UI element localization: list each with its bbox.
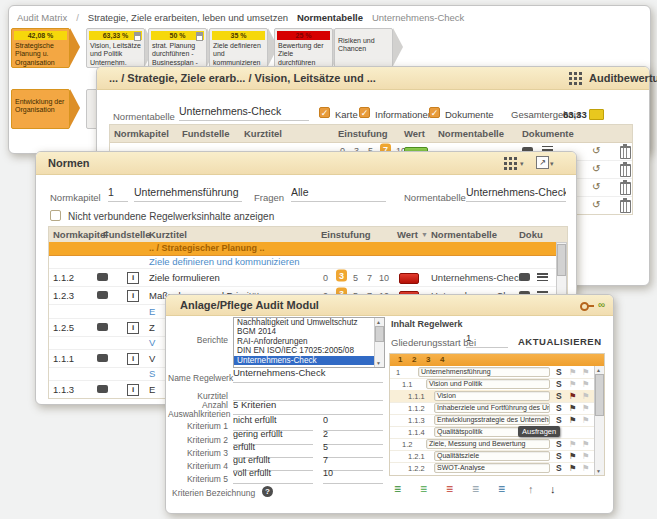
trash-icon[interactable] (620, 146, 631, 159)
karte-checkbox[interactable] (319, 107, 330, 118)
export-icon[interactable] (536, 156, 549, 169)
chevron-down-icon[interactable]: ▾ (520, 160, 524, 168)
list-item[interactable]: RAI-Anforderungen (234, 337, 384, 346)
question-link[interactable]: S (149, 368, 155, 379)
level-4[interactable]: 4 (440, 355, 444, 364)
flag-icon[interactable] (582, 391, 590, 401)
s-toggle[interactable]: S (556, 379, 562, 389)
einstufung-0[interactable]: 0 (323, 273, 328, 283)
dokumente-checkbox[interactable] (429, 107, 440, 118)
kurztitel[interactable]: Z (149, 322, 155, 333)
flag-icon[interactable] (582, 439, 590, 449)
s-toggle[interactable]: S (556, 391, 562, 401)
info-icon[interactable] (127, 353, 139, 365)
flag-icon[interactable] (569, 451, 577, 461)
einstufung-10[interactable]: 10 (379, 273, 389, 283)
reset-icon[interactable] (592, 164, 600, 174)
kriterium-5-text[interactable]: voll erfüllt (233, 468, 313, 484)
einstufung-7[interactable]: 7 (367, 273, 372, 283)
flag-icon[interactable] (569, 379, 577, 389)
question-link[interactable]: Ziele definieren und kommunizieren (149, 256, 300, 267)
move-up-icon[interactable] (528, 483, 534, 495)
tree-label-input[interactable]: Ziele, Messung und Bewertung (426, 439, 550, 449)
flag-icon[interactable] (582, 415, 590, 425)
gliederung-input[interactable]: 1 (466, 332, 508, 348)
question-link[interactable]: V (149, 337, 155, 348)
flag-icon[interactable] (569, 367, 577, 377)
indent-icon[interactable] (498, 483, 505, 495)
trash-icon[interactable] (620, 182, 631, 195)
name-regelwerk-input[interactable]: Unternehmens-Check (233, 367, 383, 383)
comment-icon[interactable] (97, 291, 108, 299)
normkapitel-name-input[interactable]: Unternehmensführung (134, 186, 242, 202)
tree-row[interactable]: 1.2.2 SWOT-Analyse S (390, 462, 604, 474)
flag-icon[interactable] (582, 403, 590, 413)
s-toggle[interactable]: S (556, 415, 562, 425)
link-icon[interactable] (598, 300, 605, 310)
kurztitel[interactable]: E (149, 384, 155, 395)
grid-view-icon[interactable] (504, 157, 507, 160)
question-link[interactable]: E (149, 306, 155, 317)
kriterium-5-wert[interactable]: 10 (323, 468, 383, 484)
scrollbar-thumb[interactable] (595, 374, 604, 416)
normentabelle-input[interactable]: Unternehmens-Check (466, 186, 566, 202)
berichte-listbox[interactable]: Nachhaltigkeit und Umweltschutz BGM 2014… (233, 317, 385, 368)
key-icon[interactable] (580, 301, 594, 310)
tree-label-input[interactable]: Qualitätsziele (434, 451, 550, 461)
question-row[interactable]: Ziele definieren und kommunizieren (49, 255, 567, 269)
tree-label-input[interactable]: Unternehmensführung (418, 367, 550, 377)
kurztitel[interactable]: V (149, 353, 155, 364)
flag-icon[interactable] (582, 379, 590, 389)
tree-label-input[interactable]: Vision (434, 391, 550, 401)
process-box-strat-planung[interactable]: 50 % strat. Planung durchführen - Busine… (148, 28, 207, 68)
aktualisieren-button[interactable]: AKTUALISIEREN (518, 336, 602, 347)
flag-icon[interactable] (582, 463, 590, 473)
flag-icon[interactable] (569, 439, 577, 449)
chevron-down-icon[interactable]: ▾ (550, 160, 554, 168)
trash-icon[interactable] (620, 200, 631, 213)
outdent-icon[interactable] (472, 483, 479, 495)
trash-icon[interactable] (620, 164, 631, 177)
normentabelle-input[interactable]: Unternehmens-Check (179, 105, 309, 121)
comment-icon[interactable] (97, 323, 108, 331)
anzahl-input[interactable]: 5 Kriterien (233, 399, 383, 415)
filter-checkbox[interactable] (50, 210, 61, 221)
process-box-vision[interactable]: 63,33 % Vision, Leitsätze und Politik Un… (86, 28, 145, 68)
document-lines-icon[interactable] (537, 273, 548, 282)
informationen-checkbox[interactable] (359, 107, 370, 118)
delete-row-icon[interactable] (446, 483, 453, 495)
comment-icon[interactable] (97, 385, 108, 393)
comment-icon[interactable] (97, 273, 108, 281)
s-toggle[interactable]: S (556, 439, 562, 449)
insert-row-icon[interactable] (420, 483, 427, 495)
flag-icon[interactable] (582, 367, 590, 377)
einstufung-selected[interactable]: 3 (336, 270, 347, 282)
grid-icon[interactable] (569, 72, 572, 75)
tree-scrollbar[interactable] (594, 366, 604, 475)
info-icon[interactable] (127, 384, 139, 396)
level-2[interactable]: 2 (412, 355, 416, 364)
flag-icon[interactable] (569, 391, 577, 401)
info-icon[interactable] (127, 272, 139, 284)
list-item[interactable]: DIN EN ISO/IEC 17025:2005/08 (234, 346, 384, 355)
auditbewertung-button[interactable]: Auditbewertung (589, 72, 657, 84)
einstufung-5[interactable]: 5 (353, 273, 358, 283)
col-wert-sortable[interactable]: Wert (397, 229, 418, 240)
table-row[interactable]: 1.1.2 Ziele formulieren 0 3 5 7 10 Unter… (49, 268, 567, 287)
scrollbar-thumb[interactable] (375, 326, 384, 342)
breadcrumb-process[interactable]: Strategie, Ziele erarbeiten, leben und u… (88, 12, 288, 23)
tree-label-input[interactable]: Entwicklungsstrategie des Unternehmens (434, 415, 550, 425)
comment-icon[interactable] (519, 273, 530, 281)
s-toggle[interactable]: S (556, 403, 562, 413)
flag-icon[interactable] (569, 463, 577, 473)
reset-icon[interactable] (592, 182, 600, 192)
tree-label-input[interactable]: Inhaberziele und Fortführung des Unterne… (434, 403, 550, 413)
tree-label-input[interactable]: SWOT-Analyse (434, 463, 550, 473)
process-box-bewertung[interactable]: 25 % Bewertung der Ziele durchführen (274, 28, 333, 68)
process-box-entwicklung[interactable]: Entwicklung der Organisation (11, 89, 70, 129)
s-toggle[interactable]: S (556, 367, 562, 377)
flag-icon[interactable] (582, 451, 590, 461)
flag-icon[interactable] (569, 403, 577, 413)
info-icon[interactable] (127, 322, 139, 334)
s-toggle[interactable]: S (556, 463, 562, 473)
